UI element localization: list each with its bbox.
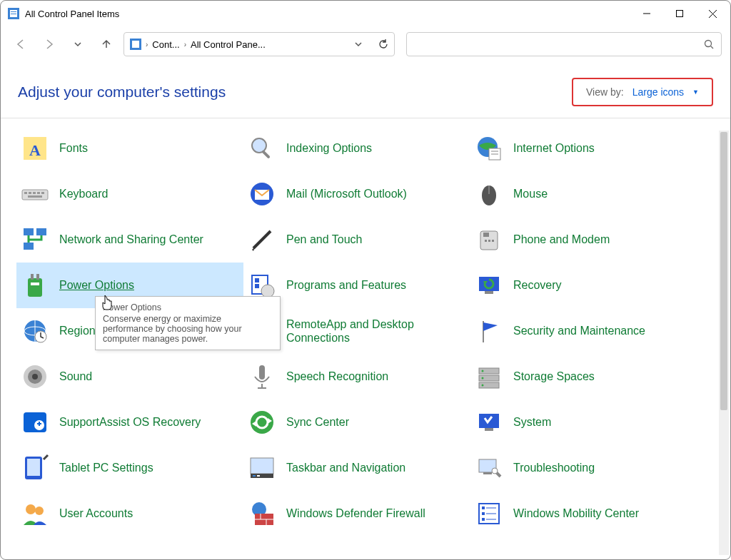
- taskbar-icon: [248, 454, 276, 482]
- svg-rect-9: [132, 41, 139, 48]
- svg-text:A: A: [29, 141, 41, 159]
- microphone-icon: [248, 362, 276, 391]
- item-mobility-center[interactable]: Windows Mobility Center: [470, 491, 697, 536]
- svg-point-10: [705, 41, 712, 47]
- svg-rect-19: [41, 192, 44, 194]
- svg-rect-62: [251, 458, 273, 474]
- svg-rect-84: [485, 291, 493, 294]
- minimize-button[interactable]: [630, 2, 663, 25]
- item-user-accounts[interactable]: User Accounts: [16, 491, 243, 536]
- svg-rect-56: [259, 365, 265, 380]
- svg-rect-65: [257, 475, 260, 477]
- refresh-button[interactable]: [378, 39, 388, 49]
- svg-rect-51: [255, 278, 259, 282]
- svg-rect-39: [27, 459, 40, 476]
- item-taskbar[interactable]: Taskbar and Navigation: [243, 445, 470, 491]
- chevron-down-icon: ▼: [692, 88, 699, 96]
- breadcrumb-part[interactable]: Cont...: [152, 39, 179, 50]
- svg-point-90: [482, 370, 484, 372]
- svg-rect-15: [24, 192, 27, 194]
- keyboard-icon: [21, 180, 49, 208]
- maximize-button[interactable]: [663, 2, 696, 25]
- svg-line-40: [44, 455, 48, 459]
- svg-point-33: [32, 374, 38, 380]
- svg-rect-94: [485, 428, 493, 431]
- supportassist-icon: [21, 408, 49, 437]
- chevron-right-icon: ›: [146, 41, 148, 49]
- view-by-selector[interactable]: View by: Large icons ▼: [572, 78, 713, 106]
- svg-point-42: [35, 506, 44, 515]
- recent-dropdown[interactable]: [66, 33, 89, 56]
- svg-rect-17: [33, 192, 36, 194]
- globe-icon: [475, 134, 503, 163]
- sync-icon: [248, 408, 276, 437]
- item-troubleshooting[interactable]: Troubleshooting: [470, 445, 697, 491]
- item-windows-tools[interactable]: Windows Tools: [16, 536, 243, 542]
- svg-rect-103: [482, 518, 485, 521]
- item-phone-modem[interactable]: Phone and Modem: [470, 217, 697, 263]
- svg-rect-81: [488, 240, 490, 242]
- close-button[interactable]: [696, 2, 729, 25]
- mouse-icon: [475, 180, 503, 208]
- up-button[interactable]: [95, 33, 118, 56]
- nav-toolbar: › Cont... › All Control Pane...: [1, 26, 730, 62]
- item-system[interactable]: System: [470, 399, 697, 445]
- chevron-down-icon[interactable]: [354, 40, 363, 49]
- svg-rect-16: [29, 192, 31, 194]
- item-security-maintenance[interactable]: Security and Maintenance: [470, 308, 697, 354]
- item-work-folders[interactable]: Work Folders: [243, 536, 470, 542]
- item-pen-touch[interactable]: Pen and Touch: [243, 217, 470, 263]
- search-icon: [704, 39, 714, 49]
- item-storage-spaces[interactable]: Storage Spaces: [470, 354, 697, 399]
- breadcrumb-part[interactable]: All Control Pane...: [191, 39, 266, 50]
- grid-column: Internet Options Mouse Phone and Modem R…: [470, 126, 697, 542]
- svg-rect-96: [483, 472, 492, 474]
- svg-rect-80: [485, 240, 487, 242]
- items-grid: AFonts Keyboard Network and Sharing Cent…: [1, 121, 730, 542]
- system-icon: [475, 408, 503, 437]
- svg-rect-82: [492, 240, 494, 242]
- svg-rect-22: [36, 228, 46, 235]
- svg-rect-99: [482, 506, 485, 509]
- item-indexing[interactable]: Indexing Options: [243, 126, 470, 171]
- item-mouse[interactable]: Mouse: [470, 171, 697, 217]
- address-bar[interactable]: › Cont... › All Control Pane...: [123, 32, 395, 56]
- svg-rect-25: [31, 274, 34, 280]
- titlebar: All Control Panel Items: [1, 1, 730, 26]
- svg-rect-23: [24, 243, 34, 250]
- firewall-icon: [248, 499, 276, 528]
- item-network-sharing[interactable]: Network and Sharing Center: [16, 217, 243, 263]
- svg-rect-26: [36, 274, 39, 280]
- forward-button[interactable]: [38, 33, 61, 56]
- scrollbar-thumb[interactable]: [720, 132, 727, 410]
- view-by-label: View by:: [586, 86, 624, 98]
- tooltip: Power Options Conserve energy or maximiz…: [95, 296, 281, 350]
- svg-rect-79: [483, 233, 489, 237]
- item-internet-options[interactable]: Internet Options: [470, 126, 697, 171]
- item-speech[interactable]: Speech Recognition: [243, 354, 470, 399]
- tablet-icon: [21, 454, 49, 482]
- troubleshoot-icon: [475, 454, 503, 482]
- item-tablet-pc[interactable]: Tablet PC Settings: [16, 445, 243, 491]
- page-header: Adjust your computer's settings View by:…: [1, 62, 730, 118]
- item-sound[interactable]: Sound: [16, 354, 243, 399]
- item-keyboard[interactable]: Keyboard: [16, 171, 243, 217]
- vertical-scrollbar[interactable]: [719, 131, 729, 555]
- mail-icon: [248, 180, 276, 208]
- svg-rect-2: [11, 11, 16, 12]
- svg-rect-20: [28, 195, 42, 198]
- search-input[interactable]: [406, 32, 722, 56]
- item-supportassist[interactable]: SupportAssist OS Recovery: [16, 399, 243, 445]
- item-fonts[interactable]: AFonts: [16, 126, 243, 171]
- item-sync-center[interactable]: Sync Center: [243, 399, 470, 445]
- tooltip-title: Power Options: [103, 302, 273, 312]
- power-icon: [21, 271, 49, 300]
- item-defender-firewall[interactable]: Windows Defender Firewall: [243, 491, 470, 536]
- storage-icon: [475, 362, 503, 391]
- svg-rect-5: [677, 11, 683, 17]
- svg-point-59: [251, 411, 273, 434]
- item-mail[interactable]: Mail (Microsoft Outlook): [243, 171, 470, 217]
- control-panel-icon: [8, 8, 19, 19]
- back-button[interactable]: [9, 33, 32, 56]
- item-recovery[interactable]: Recovery: [470, 263, 697, 308]
